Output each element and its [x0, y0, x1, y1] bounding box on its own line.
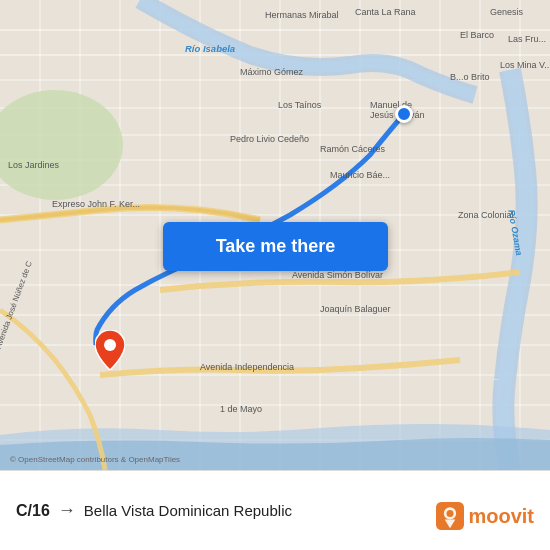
- destination-pin: [95, 330, 125, 374]
- svg-text:Canta La Rana: Canta La Rana: [355, 7, 416, 17]
- moovit-text: moovit: [468, 505, 534, 528]
- svg-text:© OpenStreetMap contributors &: © OpenStreetMap contributors & OpenMapTi…: [10, 455, 180, 464]
- origin-marker: [395, 105, 413, 123]
- map-container: Canta La Rana Genesis El Barco Las Fru..…: [0, 0, 550, 470]
- svg-text:Ramón Cáceres: Ramón Cáceres: [320, 144, 386, 154]
- svg-text:Los Mina V...: Los Mina V...: [500, 60, 550, 70]
- svg-text:Los Taínos: Los Taínos: [278, 100, 322, 110]
- moovit-logo: moovit: [436, 502, 534, 530]
- svg-text:Zona Colonial: Zona Colonial: [458, 210, 514, 220]
- origin-label: C/16: [16, 502, 50, 520]
- svg-text:El Barco: El Barco: [460, 30, 494, 40]
- bottom-bar: C/16 → Bella Vista Dominican Republic mo…: [0, 470, 550, 550]
- svg-text:Hermanas Mirabal: Hermanas Mirabal: [265, 10, 339, 20]
- svg-text:Mauricio Báe...: Mauricio Báe...: [330, 170, 390, 180]
- svg-text:B...o Brito: B...o Brito: [450, 72, 490, 82]
- direction-arrow: →: [58, 500, 76, 521]
- svg-text:Pedro Livio Cedeño: Pedro Livio Cedeño: [230, 134, 309, 144]
- svg-text:Máximo Gómez: Máximo Gómez: [240, 67, 304, 77]
- svg-point-58: [447, 510, 454, 517]
- destination-label: Bella Vista Dominican Republic: [84, 502, 292, 519]
- svg-text:Joaquín Balaguer: Joaquín Balaguer: [320, 304, 391, 314]
- take-me-there-button[interactable]: Take me there: [163, 222, 388, 271]
- svg-text:Avenida Independencia: Avenida Independencia: [200, 362, 294, 372]
- svg-text:Expreso John F. Ker...: Expreso John F. Ker...: [52, 199, 140, 209]
- svg-text:1 de Mayo: 1 de Mayo: [220, 404, 262, 414]
- svg-text:Genesis: Genesis: [490, 7, 524, 17]
- svg-text:Los Jardines: Los Jardines: [8, 160, 60, 170]
- svg-text:Avenida Simón Bolívar: Avenida Simón Bolívar: [292, 270, 383, 280]
- take-me-there-label: Take me there: [216, 236, 336, 257]
- svg-text:Río Isabela: Río Isabela: [185, 43, 235, 54]
- svg-text:Las Fru...: Las Fru...: [508, 34, 546, 44]
- svg-point-55: [104, 339, 116, 351]
